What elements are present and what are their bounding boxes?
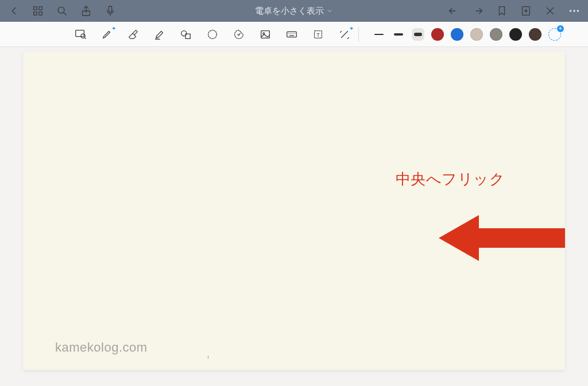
svg-line-5 (64, 13, 67, 15)
svg-point-25 (263, 32, 265, 34)
color-gray[interactable] (490, 28, 502, 41)
undo-icon[interactable] (446, 3, 462, 19)
redo-icon[interactable] (470, 3, 486, 19)
svg-point-15 (573, 10, 575, 11)
back-icon[interactable] (6, 3, 22, 19)
search-icon[interactable] (54, 3, 70, 19)
color-red[interactable] (431, 28, 444, 41)
svg-rect-24 (261, 30, 270, 38)
color-brown[interactable] (529, 28, 541, 41)
add-color-icon[interactable] (548, 28, 561, 41)
highlighter-tool-icon[interactable] (152, 26, 168, 42)
svg-rect-0 (34, 7, 37, 10)
color-blue[interactable] (451, 28, 463, 41)
svg-point-16 (577, 10, 579, 11)
sticker-tool-icon[interactable] (231, 26, 247, 42)
note-canvas[interactable]: 中央へフリック kamekolog.com ╵ (23, 52, 565, 370)
arrow-left-icon (439, 212, 565, 266)
zoom-tool-icon[interactable] (72, 26, 88, 42)
svg-rect-3 (39, 12, 42, 15)
svg-rect-26 (287, 32, 297, 37)
shapes-tool-icon[interactable] (178, 26, 194, 42)
color-black[interactable] (509, 28, 522, 41)
svg-rect-17 (76, 30, 84, 36)
stray-mark: ╵ (207, 356, 210, 358)
lasso-tool-icon[interactable] (204, 26, 220, 42)
bookmark-icon[interactable] (494, 3, 510, 19)
canvas-wrapper: 中央へフリック kamekolog.com ╵ (0, 47, 588, 386)
pen-tool-icon[interactable]: ✦ (99, 26, 115, 42)
image-tool-icon[interactable] (257, 26, 273, 42)
close-icon[interactable] (542, 3, 558, 19)
titlebar: 電卓を小さく表示 (0, 0, 588, 22)
more-icon[interactable] (566, 3, 582, 19)
stroke-thick[interactable] (412, 28, 424, 41)
svg-line-19 (84, 37, 86, 38)
svg-rect-7 (109, 6, 112, 12)
stroke-medium[interactable] (392, 28, 405, 41)
svg-rect-2 (34, 12, 37, 15)
chevron-down-icon (326, 6, 333, 16)
share-icon[interactable] (78, 3, 94, 19)
svg-marker-35 (439, 215, 565, 261)
title-text: 電卓を小さく表示 (255, 6, 324, 17)
watermark-text: kamekolog.com (55, 340, 148, 355)
add-page-icon[interactable] (518, 3, 534, 19)
toolbar: ✦ T ✦ (0, 22, 588, 47)
svg-rect-1 (39, 7, 42, 10)
toolbar-divider (358, 27, 359, 42)
magic-tool-icon[interactable]: ✦ (336, 26, 353, 42)
mic-icon[interactable] (102, 3, 118, 19)
svg-point-14 (570, 10, 571, 11)
grid-icon[interactable] (30, 3, 46, 19)
stroke-thin[interactable] (373, 28, 385, 41)
keyboard-tool-icon[interactable] (284, 26, 300, 42)
text-tool-icon[interactable]: T (310, 26, 326, 42)
eraser-tool-icon[interactable] (125, 26, 141, 42)
svg-text:T: T (316, 32, 320, 37)
color-tan[interactable] (470, 28, 483, 41)
svg-point-23 (208, 30, 217, 38)
document-title[interactable]: 電卓を小さく表示 (255, 6, 333, 17)
annotation-text: 中央へフリック (396, 169, 505, 189)
